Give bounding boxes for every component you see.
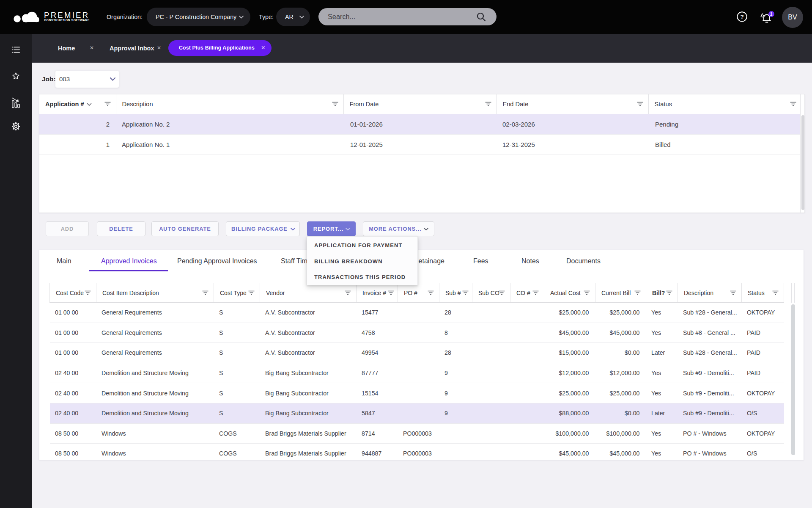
svg-text:?: ? — [740, 14, 743, 20]
